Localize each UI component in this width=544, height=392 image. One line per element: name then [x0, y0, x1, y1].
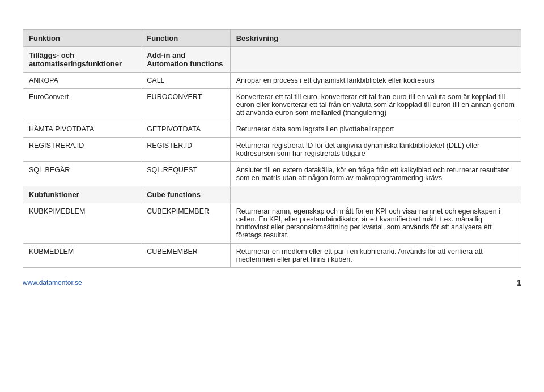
table-cell: EUROCONVERT — [141, 89, 230, 121]
table-cell: HÄMTA.PIVOTDATA — [23, 121, 141, 138]
table-cell: ANROPA — [23, 73, 141, 89]
table-cell: REGISTRERA.ID — [23, 138, 141, 162]
table-header: Funktion Function Beskrivning — [23, 30, 521, 47]
table-row: HÄMTA.PIVOTDATAGETPIVOTDATAReturnerar da… — [23, 121, 521, 138]
functions-table: Funktion Function Beskrivning Tilläggs- … — [23, 29, 521, 268]
table-cell: Add-in and Automation functions — [141, 47, 230, 73]
footer-url[interactable]: www.datamentor.se — [23, 279, 82, 287]
footer-page: 1 — [517, 278, 521, 287]
table-cell: EuroConvert — [23, 89, 141, 121]
table-cell: Returnerar data som lagrats i en pivotta… — [230, 121, 521, 138]
table-cell — [230, 186, 521, 203]
table-body: Tilläggs- och automatiseringsfunktionerA… — [23, 47, 521, 268]
table-row: Tilläggs- och automatiseringsfunktionerA… — [23, 47, 521, 73]
table-cell: Returnerar namn, egenskap och mått för e… — [230, 203, 521, 244]
table-cell: KUBMEDLEM — [23, 244, 141, 268]
table-cell: GETPIVOTDATA — [141, 121, 230, 138]
table-cell — [230, 47, 521, 73]
table-cell: CALL — [141, 73, 230, 89]
table-cell: Kubfunktioner — [23, 186, 141, 203]
table-row: ANROPACALLAnropar en process i ett dynam… — [23, 73, 521, 89]
table-row: REGISTRERA.IDREGISTER.IDReturnerar regis… — [23, 138, 521, 162]
table-cell: Tilläggs- och automatiseringsfunktioner — [23, 47, 141, 73]
table-cell: SQL.REQUEST — [141, 162, 230, 186]
table-cell: CUBEMEMBER — [141, 244, 230, 268]
table-row: KubfunktionerCube functions — [23, 186, 521, 203]
table-cell: Cube functions — [141, 186, 230, 203]
table-cell: KUBKPIMEDLEM — [23, 203, 141, 244]
col-header-beskrivning: Beskrivning — [230, 30, 521, 47]
footer: www.datamentor.se 1 — [23, 278, 521, 287]
table-cell: Anropar en process i ett dynamiskt länkb… — [230, 73, 521, 89]
table-row: KUBKPIMEDLEMCUBEKPIMEMBERReturnerar namn… — [23, 203, 521, 244]
table-cell: SQL.BEGÄR — [23, 162, 141, 186]
table-row: KUBMEDLEMCUBEMEMBERReturnerar en medlem … — [23, 244, 521, 268]
col-header-funktion: Funktion — [23, 30, 141, 47]
table-cell: Returnerar registrerat ID för det angivn… — [230, 138, 521, 162]
table-cell: Konverterar ett tal till euro, konverter… — [230, 89, 521, 121]
table-cell: REGISTER.ID — [141, 138, 230, 162]
table-row: EuroConvertEUROCONVERTKonverterar ett ta… — [23, 89, 521, 121]
table-cell: Returnerar en medlem eller ett par i en … — [230, 244, 521, 268]
col-header-function: Function — [141, 30, 230, 47]
table-cell: Ansluter till en extern datakälla, kör e… — [230, 162, 521, 186]
table-cell: CUBEKPIMEMBER — [141, 203, 230, 244]
table-row: SQL.BEGÄRSQL.REQUESTAnsluter till en ext… — [23, 162, 521, 186]
